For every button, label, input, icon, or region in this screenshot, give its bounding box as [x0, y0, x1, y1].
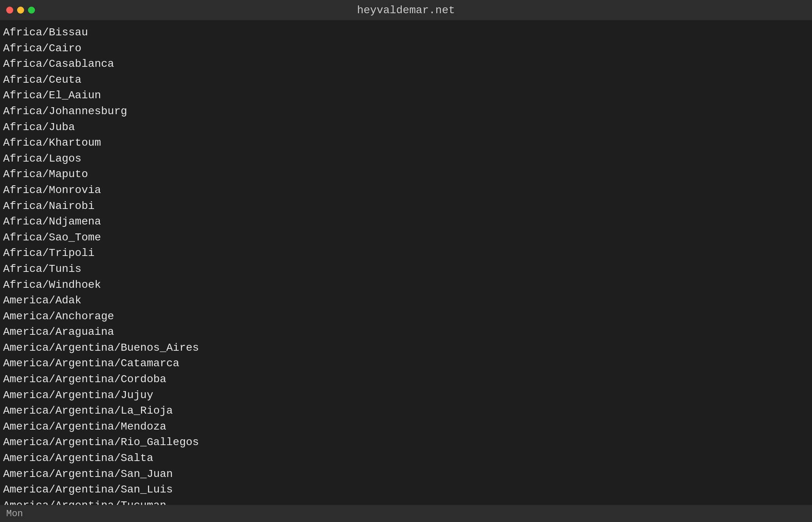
list-item: Africa/Bissau — [3, 25, 809, 41]
list-item: America/Argentina/Mendoza — [3, 419, 809, 435]
minimize-button[interactable] — [17, 7, 24, 14]
list-item: America/Argentina/Cordoba — [3, 372, 809, 388]
list-item: America/Argentina/San_Luis — [3, 482, 809, 498]
title-bar: heyvaldemar.net — [0, 0, 812, 20]
list-item: Africa/Ceuta — [3, 72, 809, 88]
window-title: heyvaldemar.net — [357, 4, 455, 16]
list-item: Africa/Tripoli — [3, 245, 809, 261]
status-bar: Mon — [0, 505, 812, 522]
list-item: America/Argentina/Buenos_Aires — [3, 340, 809, 356]
close-button[interactable] — [6, 7, 13, 14]
list-item: America/Argentina/Catamarca — [3, 356, 809, 372]
terminal-window: heyvaldemar.net Africa/Bissau Africa/Cai… — [0, 0, 812, 522]
list-item: Africa/Cairo — [3, 41, 809, 57]
list-item: Africa/Juba — [3, 120, 809, 136]
traffic-lights — [6, 7, 35, 14]
list-item: Africa/Sao_Tome — [3, 230, 809, 246]
list-item: America/Anchorage — [3, 309, 809, 325]
list-item: America/Araguaina — [3, 324, 809, 340]
list-item: America/Argentina/Tucuman — [3, 498, 809, 505]
list-item: Africa/Windhoek — [3, 277, 809, 293]
list-item: America/Argentina/San_Juan — [3, 466, 809, 482]
list-item: Africa/Casablanca — [3, 56, 809, 72]
list-item: Africa/Nairobi — [3, 198, 809, 214]
list-item: America/Adak — [3, 293, 809, 309]
list-item: America/Argentina/Jujuy — [3, 388, 809, 404]
list-item: Africa/El_Aaiun — [3, 88, 809, 104]
list-item: Africa/Tunis — [3, 261, 809, 277]
list-item: Africa/Lagos — [3, 151, 809, 167]
list-item: Africa/Maputo — [3, 167, 809, 183]
status-text: Mon — [6, 508, 23, 519]
terminal-body[interactable]: Africa/Bissau Africa/Cairo Africa/Casabl… — [0, 20, 812, 505]
list-item: Africa/Ndjamena — [3, 214, 809, 230]
list-item: Africa/Johannesburg — [3, 104, 809, 120]
list-item: America/Argentina/Salta — [3, 451, 809, 466]
list-item: Africa/Monrovia — [3, 183, 809, 198]
list-item: America/Argentina/La_Rioja — [3, 403, 809, 419]
list-item: America/Argentina/Rio_Gallegos — [3, 435, 809, 451]
list-item: Africa/Khartoum — [3, 135, 809, 151]
maximize-button[interactable] — [28, 7, 35, 14]
